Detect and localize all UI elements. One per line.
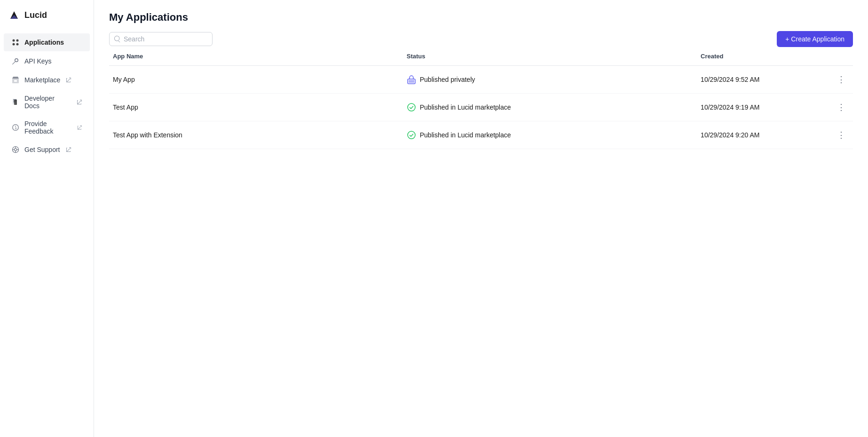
apps-icon	[11, 38, 20, 47]
table-row: My App Published privately 10/29/2024 9:…	[109, 66, 853, 94]
svg-point-12	[15, 149, 17, 151]
cell-app-name: Test App with Extension	[109, 121, 403, 149]
cell-status: Published in Lucid marketplace	[403, 94, 697, 121]
search-input[interactable]	[124, 35, 207, 43]
cell-created: 10/29/2024 9:52 AM	[697, 66, 829, 94]
cell-app-name: Test App	[109, 94, 403, 121]
external-link-icon-feedback	[77, 125, 82, 130]
sidebar: Lucid Applications API Keys	[0, 0, 94, 437]
row-more-button[interactable]: ⋮	[833, 128, 849, 142]
page-title: My Applications	[109, 11, 853, 24]
svg-rect-19	[410, 80, 412, 83]
lucid-logo-icon	[8, 8, 21, 22]
sidebar-item-provide-feedback-label: Provide Feedback	[24, 120, 71, 135]
sidebar-item-api-keys[interactable]: API Keys	[4, 52, 90, 70]
sidebar-item-marketplace[interactable]: Marketplace	[4, 71, 90, 89]
cell-actions: ⋮	[829, 66, 853, 94]
sidebar-item-developer-docs-label: Developer Docs	[24, 95, 71, 110]
cell-actions: ⋮	[829, 121, 853, 149]
applications-table: App Name Status Created My App	[109, 47, 853, 149]
cell-created: 10/29/2024 9:19 AM	[697, 94, 829, 121]
docs-icon	[11, 98, 20, 106]
sidebar-item-api-keys-label: API Keys	[24, 57, 52, 65]
external-link-icon-marketplace	[66, 77, 71, 83]
row-more-button[interactable]: ⋮	[833, 72, 849, 87]
cell-created: 10/29/2024 9:20 AM	[697, 121, 829, 149]
sidebar-item-developer-docs[interactable]: Developer Docs	[4, 90, 90, 114]
support-icon	[11, 145, 20, 154]
table-row: Test App Published in Lucid marketplace …	[109, 94, 853, 121]
external-link-icon-docs	[77, 99, 82, 105]
key-icon	[11, 57, 20, 65]
svg-point-2	[13, 43, 15, 46]
svg-point-1	[16, 40, 19, 42]
status-label: Published in Lucid marketplace	[420, 103, 511, 111]
svg-point-22	[408, 131, 415, 139]
cell-actions: ⋮	[829, 94, 853, 121]
public-status-icon	[407, 130, 416, 140]
main-content: My Applications + Create Application App…	[94, 0, 868, 437]
external-link-icon-support	[66, 147, 71, 152]
brand-name: Lucid	[24, 10, 47, 20]
status-label: Published in Lucid marketplace	[420, 131, 511, 139]
col-header-created: Created	[697, 47, 829, 66]
create-application-button[interactable]: + Create Application	[777, 31, 853, 47]
col-header-app-name: App Name	[109, 47, 403, 66]
feedback-icon	[11, 123, 20, 132]
applications-table-container: App Name Status Created My App	[94, 47, 868, 437]
sidebar-item-get-support[interactable]: Get Support	[4, 141, 90, 159]
svg-rect-20	[412, 80, 414, 83]
sidebar-item-provide-feedback[interactable]: Provide Feedback	[4, 115, 90, 140]
public-status-icon	[407, 103, 416, 112]
sidebar-item-marketplace-label: Marketplace	[24, 76, 60, 84]
sidebar-item-get-support-label: Get Support	[24, 146, 60, 153]
toolbar: + Create Application	[109, 31, 853, 47]
table-header-row: App Name Status Created	[109, 47, 853, 66]
row-more-button[interactable]: ⋮	[833, 100, 849, 114]
status-label: Published privately	[420, 76, 475, 83]
sidebar-item-applications-label: Applications	[24, 39, 64, 46]
col-header-actions	[829, 47, 853, 66]
svg-point-21	[408, 103, 415, 111]
logo-area: Lucid	[0, 0, 94, 29]
svg-rect-18	[409, 80, 410, 83]
cell-status: Published in Lucid marketplace	[403, 121, 697, 149]
svg-point-3	[16, 43, 19, 46]
table-header: App Name Status Created	[109, 47, 853, 66]
cell-status: Published privately	[403, 66, 697, 94]
marketplace-icon	[11, 76, 20, 84]
col-header-status: Status	[403, 47, 697, 66]
svg-rect-10	[14, 100, 17, 105]
table-row: Test App with Extension Published in Luc…	[109, 121, 853, 149]
search-icon	[114, 36, 121, 42]
page-header: My Applications + Create Application	[94, 0, 868, 47]
svg-point-0	[13, 40, 15, 42]
cell-app-name: My App	[109, 66, 403, 94]
table-body: My App Published privately 10/29/2024 9:…	[109, 66, 853, 149]
search-box[interactable]	[109, 32, 213, 46]
nav-menu: Applications API Keys Marketplace	[0, 29, 94, 163]
svg-rect-5	[14, 80, 17, 82]
private-status-icon	[407, 75, 416, 84]
sidebar-item-applications[interactable]: Applications	[4, 33, 90, 51]
